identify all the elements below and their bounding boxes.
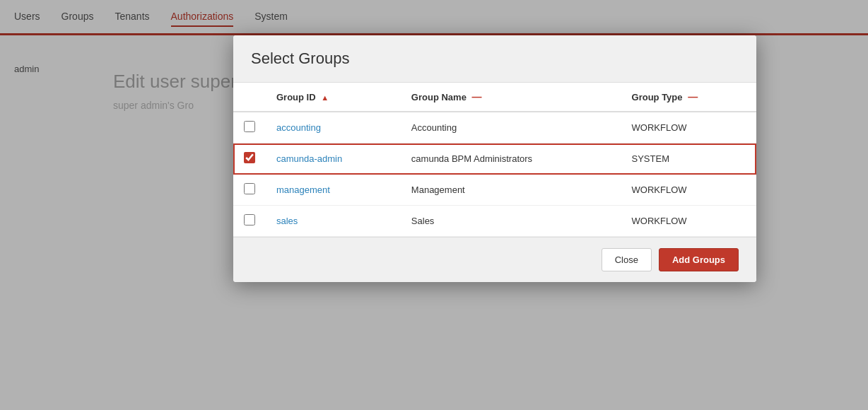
group-id-link-sales[interactable]: sales: [276, 216, 298, 226]
checkbox-cell: [233, 144, 266, 175]
group-type-cell: SYSTEM: [621, 144, 756, 175]
add-groups-button[interactable]: Add Groups: [659, 248, 739, 271]
group-id-cell: sales: [266, 206, 401, 237]
table-body: accountingAccountingWORKFLOWcamunda-admi…: [233, 112, 756, 237]
group-id-link-camunda-admin[interactable]: camunda-admin: [276, 153, 342, 164]
table-row: camunda-admincamunda BPM AdministratorsS…: [233, 144, 756, 175]
modal-header: Select Groups: [233, 35, 756, 83]
sort-arrow-icon: ▲: [321, 93, 329, 102]
checkbox-cell: [233, 206, 266, 237]
select-groups-modal: Select Groups Group ID ▲ Group Name — Gr…: [233, 35, 756, 282]
row-checkbox-management[interactable]: [244, 183, 255, 194]
checkbox-header: [233, 83, 266, 112]
col-group-name[interactable]: Group Name —: [401, 83, 621, 112]
modal-footer: Close Add Groups: [233, 237, 756, 282]
col-group-id-label: Group ID: [276, 92, 316, 102]
sort-dash-type-icon: —: [688, 91, 698, 102]
group-name-cell: Accounting: [401, 112, 621, 144]
table-row: managementManagementWORKFLOW: [233, 175, 756, 206]
groups-table: Group ID ▲ Group Name — Group Type — acc…: [233, 83, 756, 237]
group-id-link-accounting[interactable]: accounting: [276, 122, 321, 133]
col-group-name-label: Group Name: [411, 92, 467, 102]
col-group-id[interactable]: Group ID ▲: [266, 83, 401, 112]
table-header-row: Group ID ▲ Group Name — Group Type —: [233, 83, 756, 112]
group-type-cell: WORKFLOW: [621, 112, 756, 144]
group-type-cell: WORKFLOW: [621, 206, 756, 237]
modal-body: Group ID ▲ Group Name — Group Type — acc…: [233, 83, 756, 237]
table-row: accountingAccountingWORKFLOW: [233, 112, 756, 144]
checkbox-cell: [233, 112, 266, 144]
modal-title: Select Groups: [251, 49, 739, 68]
row-checkbox-camunda-admin[interactable]: [244, 152, 255, 163]
row-checkbox-accounting[interactable]: [244, 121, 255, 132]
close-button[interactable]: Close: [602, 248, 652, 271]
sort-dash-name-icon: —: [471, 91, 481, 102]
group-id-cell: management: [266, 175, 401, 206]
group-id-cell: accounting: [266, 112, 401, 144]
group-type-cell: WORKFLOW: [621, 175, 756, 206]
col-group-type-label: Group Type: [632, 92, 683, 102]
group-id-cell: camunda-admin: [266, 144, 401, 175]
col-group-type[interactable]: Group Type —: [621, 83, 756, 112]
row-checkbox-sales[interactable]: [244, 214, 255, 226]
group-name-cell: Management: [401, 175, 621, 206]
table-row: salesSalesWORKFLOW: [233, 206, 756, 237]
group-name-cell: Sales: [401, 206, 621, 237]
checkbox-cell: [233, 175, 266, 206]
group-id-link-management[interactable]: management: [276, 184, 330, 195]
group-name-cell: camunda BPM Administrators: [401, 144, 621, 175]
